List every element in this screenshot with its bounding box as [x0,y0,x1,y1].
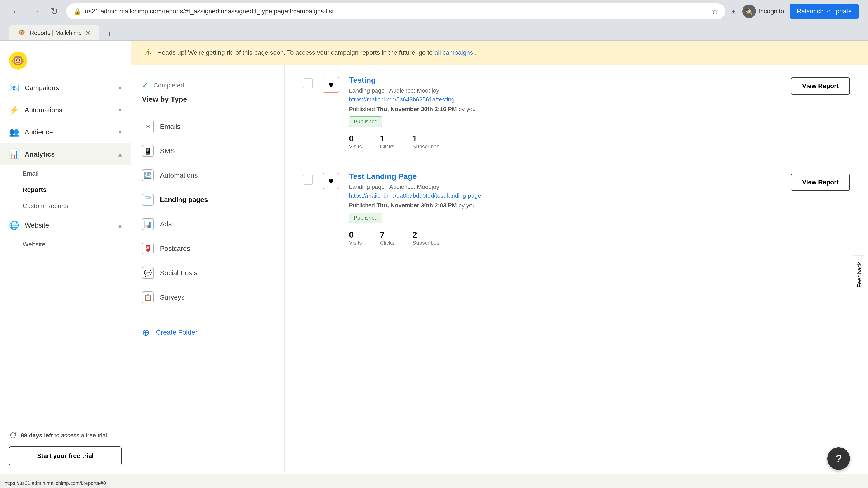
type-label-social-posts: Social Posts [160,269,197,277]
visits-label-2: Visits [349,240,362,246]
report-visits-1: 0 Visits [349,134,362,150]
sidebar-item-campaigns[interactable]: 📧 Campaigns ▾ [0,77,131,99]
start-trial-button[interactable]: Start your free trial [9,447,122,465]
website-icon: 🌐 [9,221,19,230]
tab-close-button[interactable]: ✕ [85,29,90,37]
heart-icon-2: ♥ [323,173,339,189]
campaigns-icon: 📧 [9,83,19,93]
trial-text: 89 days left to access a free trial. [21,431,109,440]
report-favicon-2: ♥ [322,172,340,190]
completed-filter[interactable]: ✓ Completed [131,76,284,95]
clicks-value-1: 1 [380,134,395,143]
tab-bar: 🐵 Reports | Mailchimp ✕ + [0,23,868,41]
heart-icon-1: ♥ [323,76,339,93]
subscribes-value-1: 1 [412,134,439,143]
type-item-social-posts[interactable]: 💬 Social Posts [131,261,284,285]
tab-favicon: 🐵 [18,29,26,37]
automations-icon: ⚡ [9,105,19,115]
relaunch-button[interactable]: Relaunch to update [789,4,859,19]
extensions-icon[interactable]: ⊞ [730,6,737,16]
sidebar-item-website-sub[interactable]: Website [0,236,131,253]
all-campaigns-link[interactable]: all campaigns [434,49,473,56]
report-meta-2: Landing page · Audience: Moodjoy [349,184,782,191]
visits-value-1: 0 [349,134,362,143]
ads-icon: 📊 [142,218,154,230]
automations-type-icon: 🔄 [142,169,154,181]
alert-text: Heads up! We're getting rid of this page… [157,49,477,56]
type-list: ✉ Emails 📱 SMS 🔄 Automations 📄 Landing p… [131,114,284,310]
report-checkbox-2[interactable] [303,175,313,185]
type-item-automations[interactable]: 🔄 Automations [131,163,284,188]
report-title-1[interactable]: Testing [349,76,782,85]
content-area: ✓ Completed View by Type ✉ Emails 📱 SMS … [131,65,868,471]
profile-avatar[interactable]: 🕵 [742,4,756,18]
sidebar-item-automations[interactable]: ⚡ Automations ▾ [0,99,131,121]
clicks-label-1: Clicks [380,143,395,150]
completed-label: Completed [153,82,184,89]
sidebar-item-website[interactable]: 🌐 Website ▴ [0,214,131,236]
landing-pages-icon: 📄 [142,194,154,205]
type-label-emails: Emails [160,123,180,130]
sidebar-item-audience[interactable]: 👥 Audience ▾ [0,121,131,143]
type-item-ads[interactable]: 📊 Ads [131,212,284,236]
report-subscribes-2: 2 Subscribes [412,230,439,246]
subscribes-label-1: Subscribes [412,143,439,150]
report-clicks-2: 7 Clicks [380,230,395,246]
sidebar-item-email[interactable]: Email [0,165,131,182]
type-item-surveys[interactable]: 📋 Surveys [131,285,284,310]
analytics-icon: 📊 [9,150,19,159]
feedback-tab[interactable]: Feedback [853,255,866,294]
surveys-icon: 📋 [142,291,154,303]
clicks-value-2: 7 [380,230,395,240]
type-item-postcards[interactable]: 📮 Postcards [131,236,284,261]
social-posts-icon: 💬 [142,267,154,279]
active-tab[interactable]: 🐵 Reports | Mailchimp ✕ [9,25,99,40]
left-panel: ✓ Completed View by Type ✉ Emails 📱 SMS … [131,65,285,471]
reload-button[interactable]: ↻ [47,4,61,19]
type-item-emails[interactable]: ✉ Emails [131,114,284,139]
sidebar-nav: 📧 Campaigns ▾ ⚡ Automations ▾ 👥 Audience… [0,77,131,422]
new-tab-button[interactable]: + [103,28,116,40]
help-button[interactable]: ? [827,447,850,470]
tab-title: Reports | Mailchimp [30,29,82,36]
analytics-chevron-icon: ▴ [119,151,122,158]
create-folder-icon: ⊕ [142,327,150,337]
back-button[interactable]: ← [9,4,24,19]
profile-icon: 🕵 [745,8,753,15]
sidebar-item-custom-reports[interactable]: Custom Reports [0,198,131,214]
type-item-sms[interactable]: 📱 SMS [131,139,284,163]
create-folder-button[interactable]: ⊕ Create Folder [131,321,284,344]
lock-icon: 🔒 [73,8,81,15]
view-report-button-2[interactable]: View Report [791,174,850,191]
report-published-date-2: Thu, November 30th 2:03 PM [376,202,457,209]
sidebar: 🐵 📧 Campaigns ▾ ⚡ Automations ▾ 👥 Audien… [0,41,131,475]
sidebar-item-analytics[interactable]: 📊 Analytics ▴ [0,143,131,165]
forward-button[interactable]: → [28,4,42,19]
check-icon: ✓ [142,81,148,90]
trial-section: ⏱ 89 days left to access a free trial. S… [0,422,131,475]
bookmark-icon: ☆ [712,7,718,15]
report-url-2[interactable]: https://mailchi.mp/9a0b7bdd0fed/test-lan… [349,192,782,199]
type-item-landing-pages[interactable]: 📄 Landing pages [131,188,284,212]
report-title-2[interactable]: Test Landing Page [349,172,782,181]
sidebar-item-reports[interactable]: Reports [0,182,131,198]
type-label-sms: SMS [160,147,175,155]
trial-info: ⏱ 89 days left to access a free trial. [9,430,122,441]
report-published-2: Published Thu, November 30th 2:03 PM by … [349,202,782,209]
report-status-badge-1: Published [349,116,382,127]
visits-value-2: 0 [349,230,362,240]
status-bar: https://us21.admin.mailchimp.com/i/repor… [0,479,111,488]
report-card-2: ♥ Test Landing Page Landing page · Audie… [285,161,868,257]
create-folder-label: Create Folder [156,328,197,336]
address-bar[interactable]: 🔒 us21.admin.mailchimp.com/reports/#f_as… [66,3,725,20]
browser-toolbar-icons: ⊞ 🕵 Incognito Relaunch to update [730,4,859,19]
view-report-button-1[interactable]: View Report [791,77,850,95]
report-checkbox-1[interactable] [303,78,313,88]
report-visits-2: 0 Visits [349,230,362,246]
audience-chevron-icon: ▾ [119,129,122,136]
right-panel: ♥ Testing Landing page · Audience: Moodj… [285,65,868,471]
automations-chevron-icon: ▾ [119,106,122,114]
alert-banner: ⚠ Heads up! We're getting rid of this pa… [131,41,868,65]
automations-label: Automations [25,106,113,114]
report-url-1[interactable]: https://mailchi.mp/5a643b62561a/testing [349,96,782,103]
